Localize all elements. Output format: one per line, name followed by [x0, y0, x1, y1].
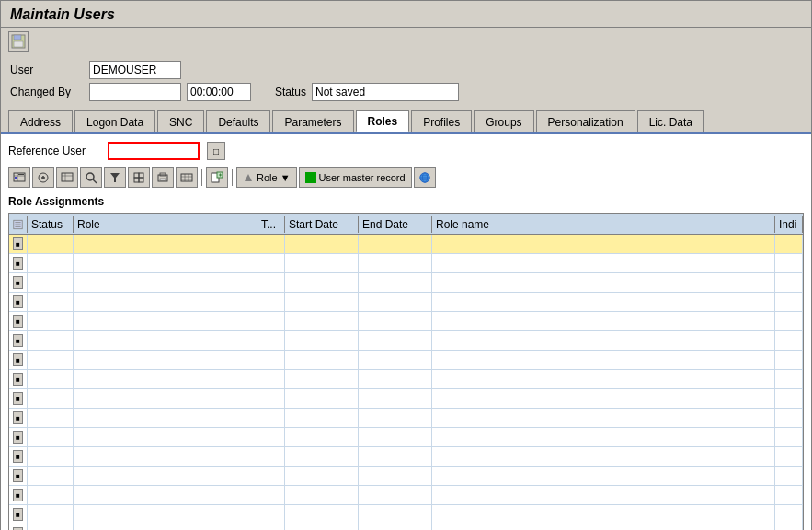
toolbar-btn-1[interactable] — [8, 167, 30, 188]
changed-by-input[interactable] — [89, 83, 181, 101]
td-end-15 — [359, 524, 432, 530]
td-indi-8 — [775, 389, 803, 408]
table-row[interactable]: ■ — [9, 254, 803, 273]
save-icon[interactable] — [8, 31, 29, 52]
tab-groups[interactable]: Groups — [474, 110, 533, 132]
td-rolename-10 — [432, 428, 775, 446]
table-row[interactable]: ■ — [9, 389, 803, 409]
changed-by-label: Changed By — [10, 86, 84, 98]
role-button[interactable]: Role ▼ — [236, 167, 297, 188]
table-row[interactable]: ■ — [9, 505, 803, 524]
td-icon-7: ■ — [9, 370, 28, 388]
toolbar-btn-filter[interactable] — [104, 167, 126, 188]
tab-defaults[interactable]: Defaults — [206, 110, 270, 132]
tab-logon-data[interactable]: Logon Data — [74, 110, 155, 132]
td-role-15 — [74, 524, 257, 530]
td-t-10 — [257, 428, 285, 446]
table-row[interactable]: ■ — [9, 235, 803, 254]
ref-user-browse-button[interactable]: □ — [207, 142, 225, 160]
svg-marker-14 — [110, 173, 120, 182]
tab-snc[interactable]: SNC — [157, 110, 204, 132]
td-role-1 — [74, 254, 257, 272]
td-indi-9 — [775, 409, 803, 427]
toolbar-btn-export[interactable] — [206, 167, 228, 188]
toolbar-btn-grid[interactable] — [176, 167, 198, 188]
table-row[interactable]: ■ — [9, 273, 803, 293]
tab-address[interactable]: Address — [8, 110, 73, 132]
tab-lic-data[interactable]: Lic. Data — [637, 110, 704, 132]
row-icon-0: ■ — [13, 237, 23, 250]
role-dropdown-icon: ▼ — [280, 172, 291, 183]
table-row[interactable]: ■ — [9, 331, 803, 351]
td-end-4 — [359, 312, 432, 330]
th-indi: Indi — [775, 216, 803, 233]
tab-personalization[interactable]: Personalization — [536, 110, 635, 132]
td-status-7 — [28, 370, 74, 388]
td-indi-10 — [775, 428, 803, 446]
time-input[interactable] — [187, 83, 251, 101]
td-end-0 — [359, 235, 432, 253]
td-indi-15 — [775, 524, 803, 530]
table-header: Status Role T... Start Date End Date Rol… — [9, 214, 803, 235]
main-window: Maintain Users User Changed By Status Ad… — [0, 0, 812, 530]
ref-user-input[interactable] — [108, 142, 200, 160]
role-assignments-label: Role Assignments — [8, 195, 104, 208]
table-row[interactable]: ■ — [9, 312, 803, 331]
td-indi-1 — [775, 254, 803, 272]
td-t-2 — [257, 273, 285, 292]
td-rolename-2 — [432, 273, 775, 292]
td-end-5 — [359, 331, 432, 350]
changed-by-row: Changed By Status — [10, 83, 802, 101]
table-row[interactable]: ■ — [9, 409, 803, 428]
td-rolename-9 — [432, 409, 775, 427]
user-input[interactable] — [89, 61, 181, 79]
td-role-12 — [74, 467, 257, 485]
svg-rect-9 — [62, 173, 73, 181]
table-row[interactable]: ■ — [9, 370, 803, 389]
toolbar-btn-3[interactable] — [56, 167, 78, 188]
td-icon-14: ■ — [9, 505, 28, 524]
td-role-14 — [74, 505, 257, 524]
td-status-3 — [28, 293, 74, 311]
user-master-record-button[interactable]: User master record — [299, 167, 412, 188]
td-start-1 — [285, 254, 359, 272]
row-icon-14: ■ — [13, 508, 23, 521]
td-start-4 — [285, 312, 359, 330]
table-row[interactable]: ■ — [9, 486, 803, 505]
td-role-11 — [74, 447, 257, 466]
td-role-6 — [74, 351, 257, 369]
toolbar-btn-print[interactable] — [152, 167, 174, 188]
td-rolename-8 — [432, 389, 775, 408]
table-row[interactable]: ■ — [9, 351, 803, 370]
td-start-8 — [285, 389, 359, 408]
td-t-4 — [257, 312, 285, 330]
td-rolename-1 — [432, 254, 775, 272]
td-icon-4: ■ — [9, 312, 28, 330]
table-row[interactable]: ■ — [9, 293, 803, 312]
svg-line-13 — [93, 179, 97, 183]
toolbar-btn-search[interactable] — [80, 167, 102, 188]
table-row[interactable]: ■ — [9, 447, 803, 467]
tab-roles[interactable]: Roles — [356, 110, 410, 132]
toolbar-btn-globe[interactable] — [414, 167, 436, 188]
table-row[interactable]: ■ — [9, 524, 803, 530]
td-start-3 — [285, 293, 359, 311]
ref-user-row: Reference User □ — [8, 142, 804, 160]
green-square-icon — [305, 172, 316, 183]
td-icon-11: ■ — [9, 447, 28, 466]
table-row[interactable]: ■ — [9, 467, 803, 486]
tab-parameters[interactable]: Parameters — [272, 110, 353, 132]
status-label: Status — [275, 86, 306, 98]
toolbar-btn-2[interactable] — [32, 167, 54, 188]
title-bar: Maintain Users — [1, 1, 811, 28]
row-icon-10: ■ — [13, 431, 23, 444]
td-t-0 — [257, 235, 285, 253]
th-start-date: Start Date — [285, 216, 359, 233]
td-status-4 — [28, 312, 74, 330]
td-rolename-5 — [432, 331, 775, 350]
table-row[interactable]: ■ — [9, 428, 803, 447]
td-status-0 — [28, 235, 74, 253]
tab-profiles[interactable]: Profiles — [411, 110, 472, 132]
toolbar-btn-select-all[interactable] — [128, 167, 150, 188]
td-icon-12: ■ — [9, 467, 28, 485]
